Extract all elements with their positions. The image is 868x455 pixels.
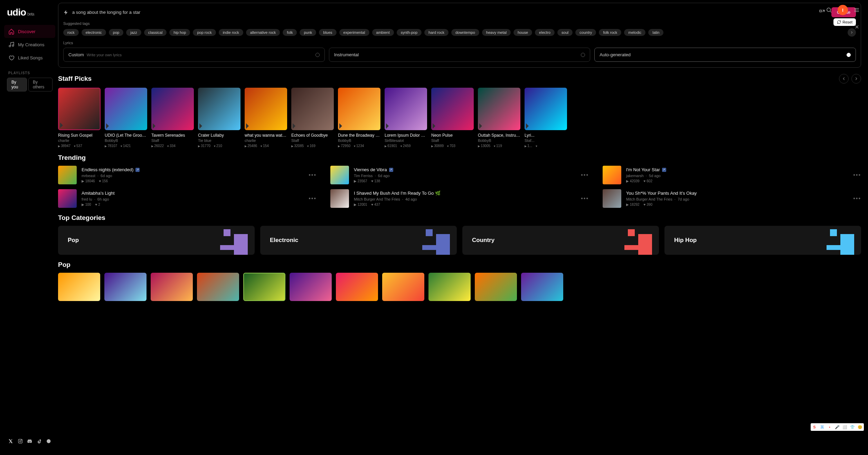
pop-card[interactable]	[428, 273, 471, 301]
prompt-input[interactable]: a song about the longing for a star	[72, 10, 815, 15]
tag-experimental[interactable]: experimental	[339, 29, 369, 36]
trending-item[interactable]: You Sh*% Your Pants And It's Okay Mitch …	[603, 189, 861, 208]
staff-pick-card[interactable]: Rising Sun Gospel charlie 38947537	[58, 88, 101, 148]
pop-card[interactable]	[521, 273, 563, 301]
card-thumbnail	[338, 88, 380, 130]
trending-stats: ▶ 12001♥ 437	[354, 203, 576, 206]
tag-melodic[interactable]: melodic	[624, 29, 645, 36]
svg-point-5	[827, 8, 831, 12]
pop-card[interactable]	[58, 273, 100, 301]
tag-downtempo[interactable]: downtempo	[451, 29, 479, 36]
tag-ambient[interactable]: ambient	[372, 29, 394, 36]
tag-pop[interactable]: pop	[109, 29, 123, 36]
more-menu-button[interactable]: •••	[581, 195, 589, 202]
category-pop[interactable]: Pop	[58, 226, 255, 255]
category-country[interactable]: Country	[462, 226, 659, 255]
staff-pick-card[interactable]: Lyri... Staf... 1...	[525, 88, 567, 148]
tag-jazz[interactable]: jazz	[126, 29, 141, 36]
card-stats: 619012459	[385, 144, 427, 148]
instagram-icon[interactable]	[18, 438, 23, 444]
trending-item[interactable]: Viernes de Vibra↗ Tim Ferriss · 6d ago ▶…	[330, 166, 589, 184]
card-stats: 32085169	[291, 144, 334, 148]
tag-indie-rock[interactable]: indie rock	[219, 29, 243, 36]
pop-card[interactable]	[475, 273, 517, 301]
category-hip-hop[interactable]: Hip Hop	[664, 226, 861, 255]
pop-card[interactable]	[197, 273, 239, 301]
trending-item[interactable]: Endless nights (extended)↗ mrbeast · 6d …	[58, 166, 317, 184]
category-label: Pop	[68, 237, 79, 244]
trending-item[interactable]: I Shaved My Bush And I'm Ready To Go 🌿 M…	[330, 189, 589, 208]
pop-card[interactable]	[336, 273, 378, 301]
more-menu-button[interactable]: •••	[853, 195, 861, 202]
close-icon[interactable]	[854, 24, 860, 31]
pop-card[interactable]	[104, 273, 147, 301]
staff-pick-card[interactable]: Dune the Broadway Musical, Sh... BobbyB …	[338, 88, 380, 148]
pop-card[interactable]	[243, 273, 285, 301]
tag-pop-rock[interactable]: pop rock	[193, 29, 216, 36]
tag-blues[interactable]: blues	[319, 29, 336, 36]
tag-classical[interactable]: classical	[144, 29, 167, 36]
twitter-icon[interactable]	[8, 438, 13, 444]
expand-icon[interactable]	[819, 9, 825, 16]
playlists-label: PLAYLISTS	[4, 64, 55, 78]
staff-pick-card[interactable]: Outtah Space, Instrumental Hip... BobbyB…	[478, 88, 520, 148]
search-icon[interactable]	[826, 7, 832, 13]
nav-liked-songs[interactable]: Liked Songs	[4, 51, 55, 64]
reddit-icon[interactable]	[46, 438, 51, 444]
pop-card[interactable]	[151, 273, 193, 301]
tag-latin[interactable]: latin	[648, 29, 663, 36]
nav-discover[interactable]: Discover	[4, 25, 55, 38]
more-menu-button[interactable]: •••	[309, 195, 317, 202]
playlist-tab-by-others[interactable]: By others	[28, 78, 53, 91]
discord-icon[interactable]	[27, 438, 32, 444]
more-menu-button[interactable]: •••	[853, 172, 861, 178]
staff-pick-card[interactable]: Crater Lullaby Tie blue 31770210	[198, 88, 240, 148]
staff-pick-card[interactable]: Lorem Ipsum Dolor Sit Amet SirBitesalot …	[385, 88, 427, 148]
trending-item[interactable]: I'm Not Your Star↗ jakemarsh · 5d ago ▶ …	[603, 166, 861, 184]
staff-pick-card[interactable]: UDIO (Let The Groove Be Your ... BobbyB …	[105, 88, 147, 148]
nav-icon	[8, 28, 15, 35]
tag-country[interactable]: country	[575, 29, 596, 36]
lyrics-custom-option[interactable]: Custom Write your own lyrics	[63, 48, 325, 62]
staff-pick-card[interactable]: Echoes of Goodbye Staff 32085169	[291, 88, 334, 148]
prompt-box: a song about the longing for a star Crea…	[58, 3, 861, 68]
tag-house[interactable]: house	[513, 29, 532, 36]
menu-icon[interactable]	[853, 7, 860, 13]
tag-hard-rock[interactable]: hard rock	[424, 29, 449, 36]
staff-pick-card[interactable]: Tavern Serenades Staff 26022334	[151, 88, 194, 148]
staff-pick-card[interactable]: what you wanna watch? charlie 25486154	[245, 88, 287, 148]
prev-button[interactable]	[839, 74, 849, 84]
trending-item[interactable]: Amitabha's Light fred lu · 6h ago ▶ 100♥…	[58, 189, 317, 208]
tiktok-icon[interactable]	[37, 438, 42, 444]
lyrics-auto-option[interactable]: Auto-generated	[594, 48, 856, 62]
tag-alternative-rock[interactable]: alternative rock	[246, 29, 280, 36]
nav-my-creations[interactable]: My Creations	[4, 38, 55, 51]
logo[interactable]: udiobeta	[4, 7, 55, 25]
tag-synth-pop[interactable]: synth-pop	[397, 29, 422, 36]
card-thumbnail	[525, 88, 567, 130]
tag-folk-rock[interactable]: folk rock	[599, 29, 621, 36]
card-title: Lyri...	[525, 133, 567, 138]
tag-electro[interactable]: electro	[535, 29, 555, 36]
avatar[interactable]: I	[838, 5, 848, 15]
card-stats: 26022334	[151, 144, 194, 148]
next-button[interactable]	[851, 74, 861, 84]
tag-electronic[interactable]: electronic	[82, 29, 106, 36]
tag-punk[interactable]: punk	[300, 29, 316, 36]
more-menu-button[interactable]: •••	[309, 172, 317, 178]
tag-heavy-metal[interactable]: heavy metal	[482, 29, 511, 36]
reset-button[interactable]: Reset	[833, 18, 856, 26]
more-menu-button[interactable]: •••	[581, 172, 589, 178]
tag-folk[interactable]: folk	[283, 29, 297, 36]
tag-rock[interactable]: rock	[63, 29, 79, 36]
pop-card[interactable]	[290, 273, 332, 301]
pop-card[interactable]	[382, 273, 424, 301]
category-electronic[interactable]: Electronic	[260, 226, 457, 255]
playlist-tab-by-you[interactable]: By you	[7, 78, 27, 91]
staff-pick-card[interactable]: Neon Pulse Staff 30889703	[431, 88, 474, 148]
tag-soul[interactable]: soul	[557, 29, 573, 36]
trending-title: Endless nights (extended)↗	[82, 167, 304, 172]
tag-hip-hop[interactable]: hip hop	[169, 29, 190, 36]
ime-toolbar[interactable]: S 英 • 🎤 ⬜ 👕 😊	[811, 423, 864, 431]
lyrics-instrumental-option[interactable]: Instrumental	[329, 48, 591, 62]
